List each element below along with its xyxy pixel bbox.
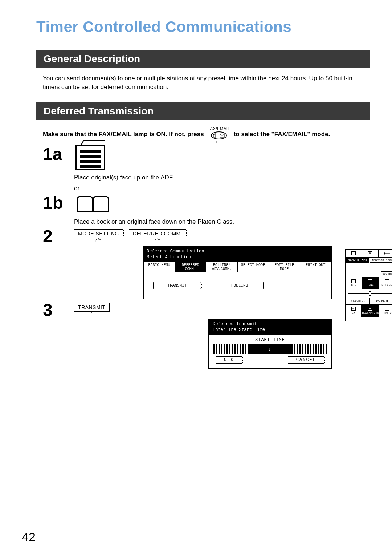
density-bar-icon: ◐━━ [379,250,392,257]
mode-setting-key[interactable]: MODE SETTING ╭╰╮ [74,229,123,242]
fax-email-key[interactable]: FAX/EMAIL ╭╰╮ [208,126,230,143]
step-1b: 1b Place a book or an original face down… [43,194,370,226]
triangle-right-icon: ▶ [387,299,389,303]
settings-side-panel: ◐━━ MEMORY XMT ADDRESS BOOK 600dpi STD F… [345,249,392,321]
fax-email-caption: FAX/EMAIL [208,126,230,131]
resolution-sfine[interactable]: S-FINE [379,277,392,289]
deferred-comm-key[interactable]: DEFERRED COMM. ╭╰╮ [129,229,186,242]
svg-rect-0 [213,135,216,137]
section-heading-deferred: Deferred Transmission [36,102,370,120]
deferred-comm-label: DEFERRED COMM. [129,229,186,238]
section-heading-general: General Description [36,50,370,68]
start-time-label: START TIME [213,337,327,343]
lighter-button[interactable]: ◁LIGHTER [346,298,370,304]
lcd-deferred-transmit: Deferred Transmit Enter The Start Time S… [208,319,332,369]
start-time-field[interactable]: - - : - - [213,344,327,354]
lcd-deferred-communication: Deferred Communication Select A Function… [143,246,332,299]
mode-setting-label: MODE SETTING [74,229,123,238]
tab-select-mode[interactable]: SELECT MODE [238,262,269,272]
adf-icon [75,145,105,170]
mode-text-photo[interactable]: TEXT/PHOTO [362,305,379,317]
doc-icon [362,250,379,257]
lcd1-tabs: BASIC MENU DEFERRED COMM. POLLING/ ADV.C… [144,262,331,272]
general-description-text: You can send document(s) to one or multi… [43,74,370,92]
cancel-button[interactable]: CANCEL [288,356,324,364]
step-1b-text: Place a book or an original face down on… [74,218,370,226]
lcd1-header-line2: Select A Function [147,254,328,260]
book-platen-icon [75,196,112,215]
dpi-button[interactable]: 600dpi [381,271,392,276]
step-1a-or: or [74,185,370,192]
lcd1-polling-button[interactable]: POLLING [216,282,264,289]
grid-icon [346,250,362,257]
tab-print-out[interactable]: PRINT OUT [300,262,331,272]
lcd1-transmit-button[interactable]: TRANSMIT [153,282,201,289]
tab-edit-file-mode[interactable]: EDIT FILE MODE [269,262,300,272]
tab-deferred-comm[interactable]: DEFERRED COMM. [175,262,206,272]
step-number-2: 2 [43,228,67,245]
page-number: 42 [22,530,36,544]
step-number-3: 3 [43,301,67,319]
step-number-1b: 1b [43,194,67,212]
mode-photo[interactable]: PHOTO [379,305,392,317]
lcd1-header-line1: Deferred Communication [147,248,328,254]
triangle-left-icon: ◁ [351,299,352,303]
instruction-prefix: Make sure that the FAX/EMAIL lamp is ON.… [43,131,204,138]
address-book-button[interactable]: ADDRESS BOOK [370,258,392,263]
darker-button[interactable]: DARKER▶ [371,298,392,304]
fax-email-oval-icon [211,131,227,139]
step-2: 2 MODE SETTING ╭╰╮ DEFERRED COMM. ╭╰╮ De… [43,228,370,299]
transmit-key[interactable]: TRANSMIT ╭╰╮ [74,303,110,316]
instruction-suffix: to select the "FAX/EMAIL" mode. [234,131,330,138]
transmit-key-label: TRANSMIT [74,303,110,312]
lcd2-header-line1: Deferred Transmit [213,321,327,327]
ok-button[interactable]: O K [216,356,242,364]
lcd2-header-line2: Enter The Start Time [213,327,327,333]
tab-basic-menu[interactable]: BASIC MENU [144,262,175,272]
page-title: Timer Controlled Communications [36,18,370,36]
tab-polling-adv[interactable]: POLLING/ ADV.COMM. [206,262,237,272]
step-1a-text: Place original(s) face up on the ADF. [74,174,370,181]
resolution-std[interactable]: STD [346,277,362,289]
envelope-icon [220,133,225,138]
step-1a: 1a Place original(s) face up on the ADF.… [43,146,370,192]
phone-icon [213,133,218,138]
step-3: 3 TRANSMIT ╭╰╮ Deferred Transmit Enter T… [43,301,370,369]
step-number-1a: 1a [43,146,67,163]
press-hand-icon: ╭╰╮ [216,139,222,143]
memory-xmt-indicator[interactable]: MEMORY XMT [346,258,369,263]
mode-text[interactable]: TEXT [346,305,362,317]
resolution-fine[interactable]: FINE [362,277,379,289]
density-slider[interactable] [346,289,392,297]
